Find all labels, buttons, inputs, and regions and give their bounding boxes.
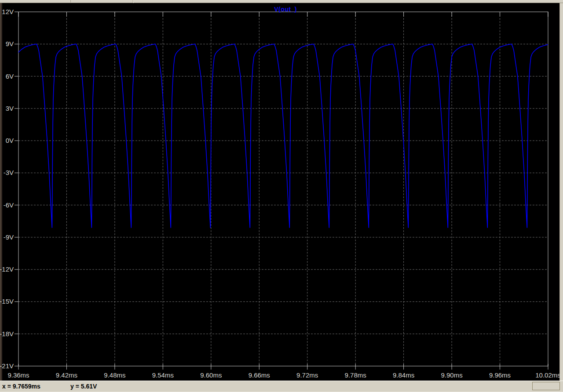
toolbar-separator-highlight — [133, 0, 134, 3]
x-axis-label: 9.72ms — [281, 371, 334, 379]
x-axis-label: 9.66ms — [233, 371, 285, 379]
status-bar-panel — [532, 382, 560, 390]
cursor-x-readout: x = 9.7659ms — [2, 383, 40, 390]
y-axis-label: -15V — [0, 298, 14, 305]
status-bar: x = 9.7659ms y = 5.61V — [0, 381, 563, 392]
y-axis-label: 3V — [0, 105, 14, 112]
axes-border — [18, 12, 548, 366]
toolbar-bottom-strip — [0, 0, 563, 3]
x-axis-label: 9.36ms — [0, 371, 45, 379]
y-axis-label: -3V — [0, 169, 14, 176]
x-axis-label: 9.42ms — [40, 371, 93, 379]
window-right-border — [559, 3, 563, 381]
x-axis-label: 9.90ms — [425, 371, 478, 379]
y-axis-label: 9V — [0, 40, 14, 47]
x-axis-label: 9.54ms — [136, 371, 189, 379]
y-axis-label: -18V — [0, 330, 14, 338]
y-axis-label: 0V — [0, 137, 14, 144]
cursor-y-readout: y = 5.61V — [70, 383, 97, 390]
ltspice-waveform-window: { "window": { "top_strip": {"separator_p… — [0, 0, 563, 392]
x-axis-label: 10.02ms — [522, 371, 563, 379]
y-axis-label: -9V — [0, 233, 14, 241]
y-axis-label: 12V — [0, 8, 14, 15]
x-axis-label: 9.96ms — [474, 371, 526, 379]
y-axis-label: -12V — [0, 265, 14, 273]
trace-title[interactable]: V(out_) — [21, 6, 550, 13]
x-axis-label: 9.60ms — [185, 371, 238, 379]
y-axis-label: 6V — [0, 73, 14, 80]
x-axis-label: 9.78ms — [329, 371, 382, 379]
x-axis-label: 9.84ms — [377, 371, 430, 379]
toolbar-separator — [70, 0, 71, 3]
y-axis-label: -21V — [0, 362, 14, 370]
waveform-plot-pane[interactable]: 12V9V6V3V0V-3V-6V-9V-12V-15V-18V-21V9.36… — [2, 3, 559, 381]
waveform-trace[interactable] — [2, 44, 559, 228]
plot-canvas[interactable] — [2, 3, 559, 381]
y-axis-label: -6V — [0, 201, 14, 209]
x-axis-label: 9.48ms — [88, 371, 141, 379]
